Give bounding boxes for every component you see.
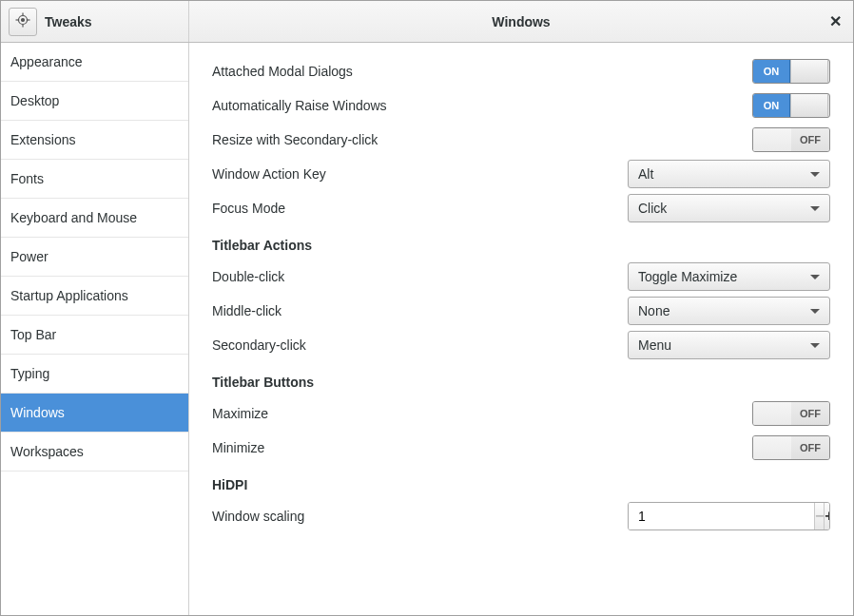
dropdown-value: None — [638, 303, 810, 318]
sidebar-item-power[interactable]: Power — [1, 238, 188, 277]
setting-row-resize-with-secondary-click: Resize with Secondary-clickOFF — [212, 123, 830, 157]
sidebar-item-fonts[interactable]: Fonts — [1, 160, 188, 199]
setting-row-automatically-raise-windows: Automatically Raise WindowsON — [212, 88, 830, 123]
setting-label: Focus Mode — [212, 201, 628, 216]
setting-label: Resize with Secondary-click — [212, 132, 628, 147]
setting-control: Menu — [628, 331, 830, 359]
increment-button[interactable]: + — [824, 503, 830, 529]
sidebar: AppearanceDesktopExtensionsFontsKeyboard… — [1, 43, 189, 615]
setting-row-maximize: MaximizeOFF — [212, 396, 830, 431]
toggle-off-label: OFF — [791, 128, 829, 151]
toggle-knob — [753, 402, 791, 425]
sidebar-item-label: Startup Applications — [10, 288, 128, 303]
setting-label: Attached Modal Dialogs — [212, 64, 628, 79]
setting-control: Toggle Maximize — [628, 262, 830, 291]
focus-mode-dropdown[interactable]: Click — [628, 194, 830, 222]
section-heading-titlebar-buttons: Titlebar Buttons — [212, 362, 830, 396]
setting-row-double-click: Double-clickToggle Maximize — [212, 260, 830, 294]
setting-label: Window scaling — [212, 509, 628, 524]
setting-control: ON — [628, 93, 830, 118]
setting-row-focus-mode: Focus ModeClick — [212, 191, 830, 225]
tweaks-icon — [15, 12, 30, 30]
setting-label: Double-click — [212, 269, 628, 284]
window-scaling-input[interactable] — [629, 503, 814, 529]
setting-label: Middle-click — [212, 303, 628, 318]
dropdown-value: Toggle Maximize — [638, 269, 810, 284]
attached-modal-dialogs-toggle[interactable]: ON — [752, 59, 830, 84]
close-icon: ✕ — [829, 12, 842, 30]
page-title: Windows — [189, 1, 853, 42]
sidebar-item-label: Desktop — [10, 93, 59, 108]
setting-control: OFF — [628, 401, 830, 426]
sidebar-item-label: Power — [10, 249, 49, 264]
toggle-off-label: OFF — [791, 436, 829, 459]
sidebar-item-windows[interactable]: Windows — [1, 394, 188, 433]
decrement-button[interactable]: − — [814, 503, 824, 529]
sidebar-item-appearance[interactable]: Appearance — [1, 43, 188, 82]
sidebar-item-keyboard-and-mouse[interactable]: Keyboard and Mouse — [1, 199, 188, 238]
chevron-down-icon — [810, 206, 820, 211]
dropdown-value: Click — [638, 201, 810, 216]
setting-label: Minimize — [212, 440, 628, 455]
toggle-on-label: ON — [752, 93, 790, 118]
setting-row-window-scaling: Window scaling−+ — [212, 499, 830, 533]
window-action-key-dropdown[interactable]: Alt — [628, 160, 830, 188]
setting-row-window-action-key: Window Action KeyAlt — [212, 157, 830, 191]
toggle-off-label: OFF — [791, 402, 829, 425]
sidebar-item-extensions[interactable]: Extensions — [1, 121, 188, 160]
body: AppearanceDesktopExtensionsFontsKeyboard… — [1, 43, 853, 615]
middle-click-dropdown[interactable]: None — [628, 297, 830, 325]
double-click-dropdown[interactable]: Toggle Maximize — [628, 262, 830, 291]
maximize-toggle[interactable]: OFF — [752, 401, 830, 426]
setting-control: Alt — [628, 160, 830, 188]
toggle-knob — [753, 436, 791, 459]
setting-row-minimize: MinimizeOFF — [212, 431, 830, 465]
sidebar-item-startup-applications[interactable]: Startup Applications — [1, 277, 188, 316]
setting-label: Window Action Key — [212, 166, 628, 182]
chevron-down-icon — [810, 275, 820, 279]
sidebar-item-typing[interactable]: Typing — [1, 355, 188, 394]
close-button[interactable]: ✕ — [829, 1, 842, 42]
app-window: Tweaks Windows ✕ AppearanceDesktopExtens… — [0, 0, 854, 616]
dropdown-value: Alt — [638, 166, 810, 182]
sidebar-item-label: Keyboard and Mouse — [10, 210, 137, 225]
svg-point-1 — [22, 19, 25, 22]
setting-control: OFF — [628, 127, 830, 152]
toggle-knob — [753, 128, 791, 151]
setting-control: Click — [628, 194, 830, 222]
setting-row-attached-modal-dialogs: Attached Modal DialogsON — [212, 54, 830, 88]
titlebar: Tweaks Windows ✕ — [1, 1, 853, 43]
sidebar-item-workspaces[interactable]: Workspaces — [1, 433, 188, 472]
automatically-raise-windows-toggle[interactable]: ON — [752, 93, 830, 118]
chevron-down-icon — [810, 172, 820, 177]
sidebar-item-label: Top Bar — [10, 327, 56, 342]
sidebar-item-label: Appearance — [10, 54, 83, 69]
resize-with-secondary-click-toggle[interactable]: OFF — [752, 127, 830, 152]
toggle-knob — [790, 60, 828, 83]
setting-control: −+ — [628, 502, 830, 530]
titlebar-left: Tweaks — [1, 1, 189, 42]
setting-control: ON — [628, 59, 830, 84]
content-panel: Attached Modal DialogsONAutomatically Ra… — [189, 43, 853, 615]
setting-label: Maximize — [212, 406, 628, 421]
sidebar-item-label: Workspaces — [10, 444, 84, 459]
toggle-on-label: ON — [752, 59, 790, 84]
section-heading-titlebar-actions: Titlebar Actions — [212, 225, 830, 260]
toggle-knob — [790, 94, 828, 117]
chevron-down-icon — [810, 309, 820, 314]
setting-label: Secondary-click — [212, 337, 628, 353]
setting-control: OFF — [628, 435, 830, 460]
setting-label: Automatically Raise Windows — [212, 98, 628, 113]
sidebar-item-label: Fonts — [10, 171, 44, 186]
sidebar-item-label: Typing — [10, 366, 49, 381]
sidebar-item-desktop[interactable]: Desktop — [1, 82, 188, 121]
section-heading-hidpi: HiDPI — [212, 465, 830, 499]
setting-row-secondary-click: Secondary-clickMenu — [212, 328, 830, 362]
app-menu-button[interactable] — [9, 8, 37, 36]
window-scaling-spinner: −+ — [628, 502, 830, 530]
secondary-click-dropdown[interactable]: Menu — [628, 331, 830, 359]
sidebar-item-top-bar[interactable]: Top Bar — [1, 316, 188, 355]
setting-row-middle-click: Middle-clickNone — [212, 294, 830, 328]
minimize-toggle[interactable]: OFF — [752, 435, 830, 460]
setting-control: None — [628, 297, 830, 325]
